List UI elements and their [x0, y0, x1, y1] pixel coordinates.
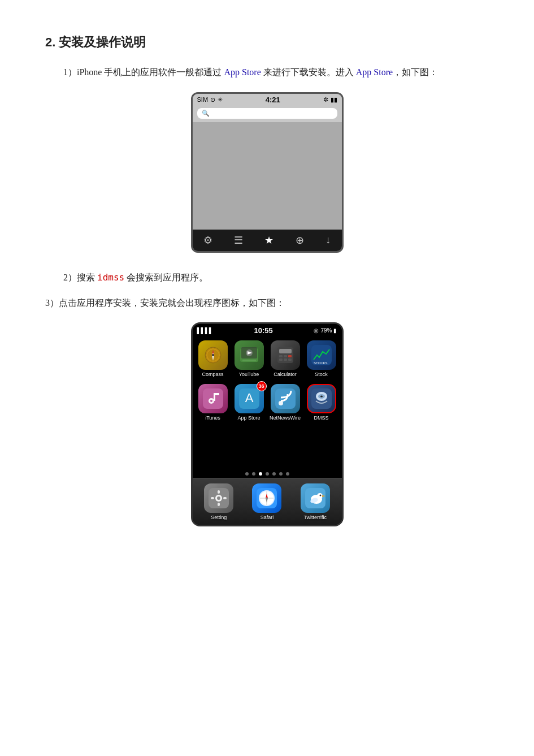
app-grid-row-1: Compass YouTube	[193, 337, 342, 381]
svg-rect-24	[214, 393, 219, 395]
svg-rect-11	[279, 349, 292, 353]
search-bar: 🔍	[193, 106, 342, 122]
location-icon: ◎	[314, 327, 319, 334]
search-icon-small: 🔍	[202, 110, 210, 117]
battery-percentage: 79%	[320, 327, 332, 334]
svg-point-22	[210, 400, 212, 402]
paragraph-1: 1）iPhone 手机上的应用软件一般都通过 App Store 来进行下载安装…	[63, 64, 489, 81]
paragraph-3: 3）点击应用程序安装，安装完就会出现程序图标，如下图：	[45, 295, 489, 312]
iphone-dock: Setting Safari	[193, 478, 342, 525]
app-appstore-label: App Store	[237, 415, 260, 421]
dot-7	[286, 472, 289, 476]
svg-rect-16	[284, 358, 287, 361]
app-stock: STOCKS Stock	[306, 340, 337, 377]
svg-point-51	[319, 495, 321, 496]
section-title: 2. 安装及操作说明	[45, 34, 489, 51]
app-grid-row-2: iTunes A 36 App Store	[193, 381, 342, 424]
signal-icon-1: ✳	[218, 96, 223, 103]
svg-rect-17	[288, 358, 292, 361]
paragraph-2: 2）搜索 idmss 会搜索到应用程序。	[63, 270, 489, 286]
app-calculator-label: Calculator	[273, 371, 297, 377]
app-youtube-label: YouTube	[239, 371, 259, 377]
dock-safari-label: Safari	[261, 515, 274, 520]
svg-rect-15	[279, 358, 283, 361]
app-stock-label: Stock	[315, 371, 328, 377]
dot-5	[272, 472, 276, 476]
dot-3	[259, 472, 262, 476]
iphone-home-screen: ▌▌▌▌ 10:55 ◎ 79% ▮	[191, 322, 344, 526]
toolbar-categories-icon: ☰	[234, 234, 243, 247]
wifi-icon-1: ⊙	[210, 96, 215, 103]
svg-text:A: A	[245, 391, 253, 405]
dot-1	[245, 472, 249, 476]
iphone-appstore-screen: SIM ⊙ ✳ 4:21 ✲ ▮▮ 🔍 ⚙ ☰ ★ ⊕ ↓	[191, 92, 344, 253]
svg-rect-9	[242, 360, 256, 361]
svg-rect-12	[279, 355, 283, 357]
app-dmss: DMSS	[306, 384, 337, 421]
svg-text:STOCKS: STOCKS	[314, 361, 328, 365]
dock-safari: Safari	[245, 483, 289, 520]
statusbar-2: ▌▌▌▌ 10:55 ◎ 79% ▮	[193, 324, 342, 337]
app-calculator: Calculator	[270, 340, 301, 377]
signal-bars-icon: ▌▌▌▌	[197, 327, 213, 334]
app-netnewswire-label: NetNewsWire	[270, 415, 301, 421]
app-netnewswire: NetNewsWire	[270, 384, 301, 421]
dot-4	[266, 472, 269, 476]
svg-point-35	[217, 496, 220, 500]
app-youtube: YouTube	[233, 340, 265, 377]
battery-icon-1: ▮▮	[331, 96, 337, 103]
svg-rect-38	[211, 497, 214, 499]
phone-mockup-1: SIM ⊙ ✳ 4:21 ✲ ▮▮ 🔍 ⚙ ☰ ★ ⊕ ↓	[45, 92, 489, 253]
dock-settings: Setting	[197, 483, 241, 520]
app-itunes: iTunes	[197, 384, 229, 421]
svg-rect-37	[218, 503, 220, 506]
app-store-content-area	[193, 122, 342, 230]
bluetooth-icon: ✲	[323, 96, 328, 103]
toolbar-search-icon: ⊕	[296, 234, 304, 247]
sim-label: SIM	[197, 96, 209, 103]
svg-rect-36	[218, 490, 220, 494]
dot-2	[252, 472, 255, 476]
time-display-1: 4:21	[266, 96, 280, 104]
time-display-2: 10:55	[254, 326, 273, 335]
phone-mockup-2: ▌▌▌▌ 10:55 ◎ 79% ▮	[45, 322, 489, 526]
dock-twitterrific: Twitterrific	[293, 483, 337, 520]
statusbar-1: SIM ⊙ ✳ 4:21 ✲ ▮▮	[193, 94, 342, 106]
app-store-toolbar: ⚙ ☰ ★ ⊕ ↓	[193, 230, 342, 251]
toolbar-updates-icon: ↓	[325, 234, 331, 246]
toolbar-top25-icon: ★	[264, 234, 273, 247]
app-store-badge: 36	[257, 381, 267, 391]
app-compass: Compass	[197, 340, 229, 377]
dot-6	[279, 472, 283, 476]
app-itunes-label: iTunes	[205, 415, 220, 421]
app-dmss-label: DMSS	[314, 415, 328, 421]
svg-rect-39	[223, 497, 227, 499]
svg-point-4	[212, 354, 214, 356]
dock-settings-label: Setting	[211, 515, 227, 520]
svg-point-32	[320, 396, 323, 398]
svg-rect-13	[284, 355, 287, 357]
home-screen-empty-area	[193, 424, 342, 469]
svg-rect-14	[288, 355, 292, 357]
toolbar-featured-icon: ⚙	[203, 234, 212, 247]
page-indicator-dots	[193, 469, 342, 478]
app-compass-label: Compass	[202, 371, 223, 377]
dock-twitterrific-label: Twitterrific	[304, 515, 327, 520]
battery-icon-2: ▮	[333, 327, 337, 334]
app-appstore: A 36 App Store	[233, 384, 265, 421]
